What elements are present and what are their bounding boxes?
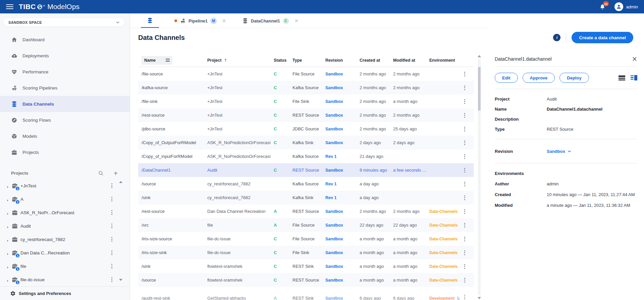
- project-item-jntest[interactable]: 1+JnTest: [0, 179, 130, 192]
- table-row[interactable]: /file-sink+JnTestCFile SinkSandbox2 mont…: [138, 95, 474, 108]
- revision-link[interactable]: Rev 1: [325, 195, 336, 200]
- list-view-icon[interactable]: [619, 75, 625, 80]
- revision-link[interactable]: Sandbox: [325, 168, 343, 173]
- revision-link[interactable]: Sandbox: [325, 237, 343, 241]
- kebab-menu-icon[interactable]: [463, 277, 470, 284]
- kebab-menu-icon[interactable]: [110, 249, 114, 256]
- revision-link[interactable]: Sandbox: [325, 264, 343, 269]
- kebab-menu-icon[interactable]: [463, 249, 470, 256]
- table-row-selected[interactable]: /DataChannel1AuditCREST SourceSandbox9 m…: [138, 163, 474, 177]
- project-item-ask-r-nopr-orforecast[interactable]: ASK_R_NoPr...OrForecast: [0, 206, 130, 219]
- revision-dropdown[interactable]: Sandbox: [547, 149, 637, 154]
- close-icon[interactable]: [222, 19, 226, 23]
- table-row[interactable]: /Copy_of_inputForRModelASK_R_NoPredictio…: [138, 149, 474, 163]
- revision-link[interactable]: Sandbox: [325, 85, 343, 90]
- kebab-menu-icon[interactable]: [463, 70, 470, 78]
- table-row[interactable]: /kafka-source+JnTestCKafka SourceSandbox…: [138, 81, 474, 95]
- revision-link[interactable]: Sandbox: [325, 250, 343, 255]
- kebab-menu-icon[interactable]: [463, 153, 470, 160]
- project-item-file-dc-issue[interactable]: 1file-dc-issue: [0, 273, 130, 286]
- sidebar-item-dashboard[interactable]: Dashboard: [0, 32, 130, 48]
- kebab-menu-icon[interactable]: [463, 235, 470, 243]
- scroll-down-arrow[interactable]: [119, 279, 122, 281]
- table-row[interactable]: /rest-source+JnTestCREST SourceSandbox2 …: [138, 108, 474, 122]
- revision-link[interactable]: Rev 1: [325, 154, 336, 159]
- kebab-menu-icon[interactable]: [463, 263, 470, 270]
- column-header-type[interactable]: Type: [289, 58, 322, 63]
- column-header-environment[interactable]: Environment: [426, 58, 460, 63]
- tab-datachannel1[interactable]: DataChannel1C: [241, 13, 299, 28]
- tab-pipeline1[interactable]: Pipeline1M: [174, 13, 227, 28]
- hamburger-menu-icon[interactable]: [6, 4, 13, 9]
- revision-link[interactable]: Sandbox: [325, 296, 343, 300]
- revision-link[interactable]: Sandbox: [325, 72, 343, 76]
- revision-link[interactable]: Rev 1: [325, 182, 336, 186]
- approve-button[interactable]: Approve: [523, 73, 555, 83]
- kebab-menu-icon[interactable]: [110, 236, 114, 243]
- table-row[interactable]: /iris-size-sourcefile-dc-issueCFile Sour…: [138, 232, 474, 246]
- scrollbar-thumb[interactable]: [478, 67, 481, 111]
- revision-link[interactable]: Sandbox: [325, 278, 343, 283]
- kebab-menu-icon[interactable]: [463, 180, 470, 188]
- kebab-menu-icon[interactable]: [463, 167, 470, 174]
- kebab-menu-icon[interactable]: [463, 222, 470, 229]
- sidebar-item-deployments[interactable]: Deployments: [0, 48, 130, 64]
- sidebar-item-data-channels[interactable]: Data Channels: [0, 96, 130, 112]
- info-icon[interactable]: i: [553, 34, 560, 41]
- kebab-menu-icon[interactable]: [463, 208, 470, 215]
- kebab-menu-icon[interactable]: [110, 209, 114, 216]
- table-row[interactable]: /sinkflowtest-sramshekCREST SinkSandboxa…: [138, 259, 474, 273]
- close-icon[interactable]: [632, 56, 637, 62]
- kebab-menu-icon[interactable]: [110, 276, 114, 283]
- edit-button[interactable]: Edit: [495, 73, 518, 83]
- split-view-icon[interactable]: [631, 75, 637, 80]
- project-item-dan-data-c-recreation[interactable]: 1Dan Data C...Recreation: [0, 246, 130, 259]
- user-menu[interactable]: admin: [614, 2, 638, 11]
- kebab-menu-icon[interactable]: [463, 125, 470, 133]
- deploy-button[interactable]: Deploy: [559, 73, 589, 83]
- kebab-menu-icon[interactable]: [110, 262, 114, 270]
- kebab-menu-icon[interactable]: [110, 222, 114, 230]
- scroll-up-arrow[interactable]: [119, 181, 122, 183]
- column-menu-icon[interactable]: [166, 59, 170, 62]
- kebab-menu-icon[interactable]: [110, 195, 114, 203]
- sidebar-item-scoring-flows[interactable]: Scoring Flows: [0, 112, 130, 128]
- create-data-channel-button[interactable]: Create a data channel: [572, 32, 633, 43]
- table-row[interactable]: /audit-rest-sinkGetStarted-abhacksAREST …: [138, 287, 474, 300]
- add-project-icon[interactable]: +: [114, 170, 118, 176]
- project-item-a[interactable]: 1A: [0, 192, 130, 206]
- column-header-created-at[interactable]: Created at: [356, 58, 390, 63]
- kebab-menu-icon[interactable]: [463, 84, 470, 92]
- column-header-modified-at[interactable]: Modified at: [390, 58, 426, 63]
- revision-link[interactable]: Sandbox: [325, 99, 343, 104]
- sidebar-item-scoring-pipelines[interactable]: Scoring Pipelines: [0, 80, 130, 96]
- notifications-bell-icon[interactable]: 10: [599, 3, 606, 10]
- revision-link[interactable]: Sandbox: [325, 127, 343, 131]
- table-row[interactable]: /Copy_of_OutputForRModelASK_R_NoPredicti…: [138, 136, 474, 149]
- revision-link[interactable]: Sandbox: [325, 113, 343, 118]
- sidebar-item-models[interactable]: Models: [0, 128, 130, 144]
- column-header-project[interactable]: Project: [204, 58, 270, 63]
- column-header-status[interactable]: Status: [270, 58, 289, 63]
- kebab-menu-icon[interactable]: [463, 293, 470, 300]
- table-row[interactable]: /sinkcy_restrforecast_7882Kafka SinkRev …: [138, 191, 474, 204]
- tab-data-channels[interactable]: [141, 13, 159, 28]
- revision-link[interactable]: Sandbox: [325, 140, 343, 145]
- revision-link[interactable]: Sandbox: [325, 209, 343, 214]
- column-header-revision[interactable]: Revision: [322, 58, 356, 63]
- table-row[interactable]: /srcfileAFile SourceSandbox22 days ago22…: [138, 218, 474, 232]
- kebab-menu-icon[interactable]: [463, 112, 470, 119]
- table-row[interactable]: /file-source+JnTestCFile SourceSandbox2 …: [138, 67, 474, 81]
- search-icon[interactable]: [98, 170, 104, 176]
- kebab-menu-icon[interactable]: [463, 139, 470, 146]
- kebab-menu-icon[interactable]: [463, 98, 470, 105]
- kebab-menu-icon[interactable]: [463, 194, 470, 201]
- workspace-selector[interactable]: SANDBOX SPACE: [3, 18, 125, 27]
- sidebar-item-performance[interactable]: Performance: [0, 64, 130, 80]
- column-header-name[interactable]: Name: [138, 56, 204, 65]
- project-item-audit[interactable]: Audit: [0, 219, 130, 233]
- revision-link[interactable]: Sandbox: [325, 223, 343, 228]
- table-row[interactable]: /rest-sourceDan Data Channel RecreationA…: [138, 204, 474, 218]
- table-row[interactable]: /iris-size-sinkfile-dc-issueCFile SinkSa…: [138, 246, 474, 259]
- sidebar-item-projects[interactable]: Projects: [0, 144, 130, 160]
